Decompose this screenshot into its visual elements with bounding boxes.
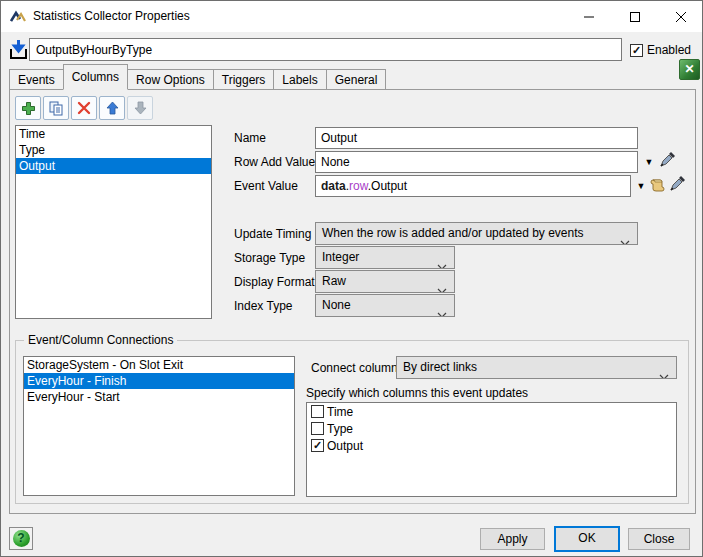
type-checkbox[interactable] bbox=[311, 422, 324, 435]
chevron-down-icon bbox=[437, 256, 447, 269]
plus-icon bbox=[21, 101, 36, 116]
event-value-keyword: data bbox=[321, 179, 346, 193]
collector-icon bbox=[9, 39, 28, 60]
ok-button[interactable]: OK bbox=[554, 526, 620, 552]
output-checkbox[interactable]: ✓ bbox=[311, 439, 324, 452]
update-timing-select[interactable]: When the row is added and/or updated by … bbox=[315, 222, 638, 245]
enabled-checkbox[interactable]: ✓ bbox=[630, 44, 643, 57]
arrow-up-icon bbox=[106, 101, 119, 115]
connect-columns-select[interactable]: By direct links bbox=[396, 356, 677, 379]
index-type-label: Index Type bbox=[234, 299, 293, 313]
specify-columns-label: Specify which columns this event updates bbox=[306, 386, 528, 400]
copy-column-button[interactable] bbox=[43, 96, 69, 120]
checklist-item-output[interactable]: ✓ Output bbox=[307, 437, 676, 454]
close-button[interactable] bbox=[658, 1, 703, 32]
display-format-select[interactable]: Raw bbox=[315, 270, 455, 293]
event-value-sampler-icon[interactable] bbox=[669, 175, 686, 192]
delete-x-icon bbox=[77, 101, 91, 115]
storage-type-label: Storage Type bbox=[234, 251, 305, 265]
delete-column-button[interactable] bbox=[71, 96, 97, 120]
tab-columns[interactable]: Columns bbox=[63, 64, 128, 90]
storage-type-select[interactable]: Integer bbox=[315, 246, 455, 269]
columns-listbox: Time Type Output bbox=[15, 125, 212, 319]
move-down-button[interactable] bbox=[127, 96, 153, 120]
minimize-button[interactable] bbox=[566, 1, 612, 32]
close-button-footer[interactable]: Close bbox=[628, 528, 690, 550]
group-title: Event/Column Connections bbox=[24, 333, 177, 347]
updated-columns-checklist: Time Type ✓ Output bbox=[306, 402, 677, 497]
tab-general[interactable]: General bbox=[326, 69, 387, 90]
object-name-input[interactable] bbox=[29, 38, 622, 61]
statistics-collector-properties-dialog: Statistics Collector Properties ✓ Enable… bbox=[0, 0, 703, 557]
enabled-label: Enabled bbox=[647, 43, 691, 57]
time-checkbox[interactable] bbox=[311, 405, 324, 418]
update-timing-label: Update Timing bbox=[234, 227, 311, 241]
row-add-value-label: Row Add Value bbox=[234, 155, 315, 169]
row-add-value-dropdown-arrow[interactable]: ▼ bbox=[642, 154, 656, 170]
event-connections-listbox: StorageSystem - On Slot Exit EveryHour -… bbox=[23, 356, 295, 496]
update-timing-value: When the row is added and/or updated by … bbox=[322, 226, 584, 240]
tab-triggers[interactable]: Triggers bbox=[213, 69, 275, 90]
help-button[interactable]: ? bbox=[9, 527, 33, 550]
tab-labels[interactable]: Labels bbox=[273, 69, 326, 90]
event-value-property: row bbox=[349, 179, 368, 193]
type-checkbox-label: Type bbox=[327, 422, 353, 436]
output-checkbox-label: Output bbox=[327, 439, 363, 453]
column-item-output[interactable]: Output bbox=[16, 158, 211, 174]
row-add-value-input[interactable] bbox=[315, 151, 638, 173]
column-item-time[interactable]: Time bbox=[16, 126, 211, 142]
event-value-rest: .Output bbox=[368, 179, 407, 193]
checklist-item-type[interactable]: Type bbox=[307, 420, 676, 437]
time-checkbox-label: Time bbox=[327, 405, 353, 419]
export-excel-button[interactable]: ✕ bbox=[679, 59, 700, 80]
event-value-input[interactable]: data.row.Output bbox=[315, 175, 631, 197]
copy-icon bbox=[49, 101, 64, 116]
flexsim-logo-icon bbox=[10, 9, 26, 25]
event-value-label: Event Value bbox=[234, 179, 298, 193]
connect-columns-label: Connect columns bbox=[311, 361, 404, 375]
event-item-everyhour-start[interactable]: EveryHour - Start bbox=[24, 389, 294, 405]
connect-columns-value: By direct links bbox=[403, 360, 477, 374]
chevron-down-icon bbox=[437, 304, 447, 317]
index-type-value: None bbox=[322, 298, 351, 312]
checklist-item-time[interactable]: Time bbox=[307, 403, 676, 420]
index-type-select[interactable]: None bbox=[315, 294, 455, 317]
tab-row-options[interactable]: Row Options bbox=[127, 69, 214, 90]
chevron-down-icon bbox=[437, 280, 447, 293]
tab-strip: Events Columns Row Options Triggers Labe… bbox=[9, 64, 385, 90]
event-value-code-icon[interactable] bbox=[649, 176, 666, 193]
display-format-label: Display Format bbox=[234, 275, 315, 289]
chevron-down-icon bbox=[620, 232, 630, 245]
help-icon: ? bbox=[13, 530, 30, 547]
display-format-value: Raw bbox=[322, 274, 346, 288]
storage-type-value: Integer bbox=[322, 250, 359, 264]
name-label: Name bbox=[234, 131, 266, 145]
window-title: Statistics Collector Properties bbox=[33, 1, 190, 32]
move-up-button[interactable] bbox=[99, 96, 125, 120]
row-add-sampler-icon[interactable] bbox=[659, 151, 676, 168]
event-value-dropdown-arrow[interactable]: ▼ bbox=[634, 178, 648, 194]
chevron-down-icon bbox=[659, 366, 669, 379]
event-item-storagesystem[interactable]: StorageSystem - On Slot Exit bbox=[24, 357, 294, 373]
maximize-button[interactable] bbox=[612, 1, 658, 32]
title-bar: Statistics Collector Properties bbox=[1, 1, 702, 32]
column-item-type[interactable]: Type bbox=[16, 142, 211, 158]
apply-button[interactable]: Apply bbox=[480, 528, 545, 550]
add-column-button[interactable] bbox=[15, 96, 41, 120]
event-item-everyhour-finish[interactable]: EveryHour - Finish bbox=[24, 373, 294, 389]
arrow-down-icon bbox=[134, 101, 147, 115]
tab-events[interactable]: Events bbox=[9, 69, 64, 90]
column-name-input[interactable] bbox=[315, 127, 638, 149]
